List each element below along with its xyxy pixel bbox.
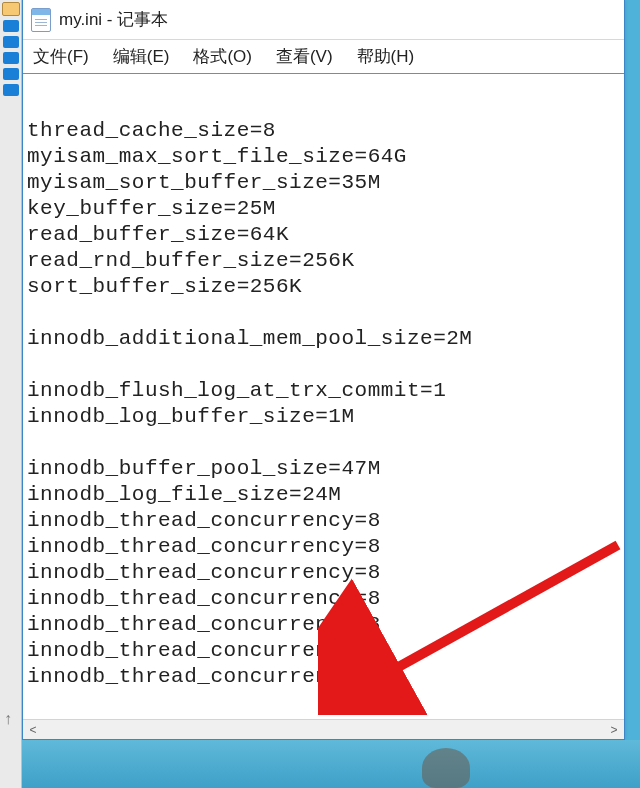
scroll-left-button[interactable]: < bbox=[23, 720, 43, 740]
taskbar-app-icon[interactable] bbox=[3, 84, 19, 96]
taskbar-app-icon[interactable] bbox=[3, 52, 19, 64]
scroll-track[interactable] bbox=[43, 720, 604, 739]
menu-format[interactable]: 格式(O) bbox=[193, 45, 252, 68]
titlebar[interactable]: my.ini - 记事本 bbox=[23, 0, 624, 40]
editor-area[interactable]: thread_cache_size=8 myisam_max_sort_file… bbox=[23, 74, 624, 739]
horizontal-scrollbar[interactable]: < > bbox=[23, 719, 624, 739]
scroll-right-button[interactable]: > bbox=[604, 720, 624, 740]
editor-content[interactable]: thread_cache_size=8 myisam_max_sort_file… bbox=[23, 74, 624, 739]
os-taskbar-left: ↑ bbox=[0, 0, 22, 788]
wallpaper-figure bbox=[422, 748, 470, 788]
window-title: my.ini - 记事本 bbox=[59, 8, 168, 31]
taskbar-app-icon[interactable] bbox=[3, 36, 19, 48]
folder-icon[interactable] bbox=[2, 2, 20, 16]
menu-help[interactable]: 帮助(H) bbox=[357, 45, 415, 68]
menu-file[interactable]: 文件(F) bbox=[33, 45, 89, 68]
taskbar-app-icon[interactable] bbox=[3, 20, 19, 32]
menu-edit[interactable]: 编辑(E) bbox=[113, 45, 170, 68]
notepad-icon bbox=[31, 8, 51, 32]
taskbar-app-icon[interactable] bbox=[3, 68, 19, 80]
menubar: 文件(F) 编辑(E) 格式(O) 查看(V) 帮助(H) bbox=[23, 40, 624, 74]
notepad-window: my.ini - 记事本 文件(F) 编辑(E) 格式(O) 查看(V) 帮助(… bbox=[22, 0, 625, 740]
taskbar-overflow-icon[interactable]: ↑ bbox=[4, 710, 12, 728]
desktop-wallpaper bbox=[0, 740, 640, 788]
menu-view[interactable]: 查看(V) bbox=[276, 45, 333, 68]
